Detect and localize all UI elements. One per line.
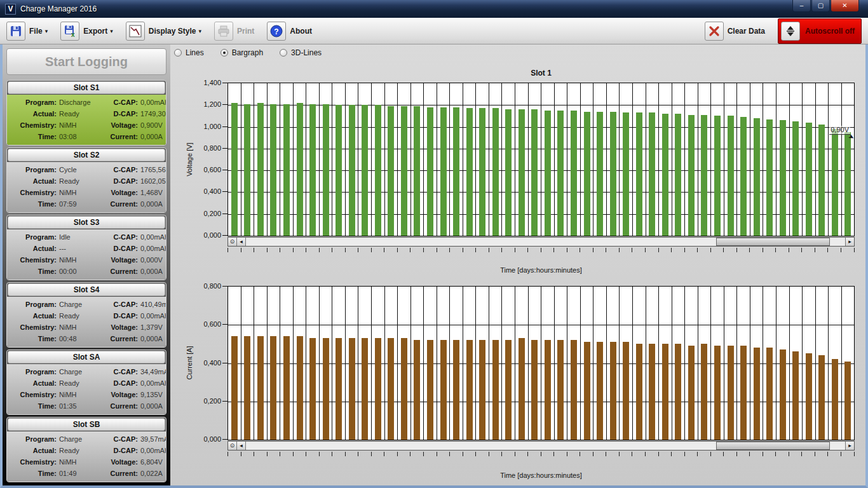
data-bar bbox=[519, 109, 525, 236]
radio-label: 3D-Lines bbox=[291, 48, 322, 57]
program-value: Idle bbox=[59, 231, 98, 243]
radio-3d-lines[interactable]: 3D-Lines bbox=[280, 48, 322, 57]
radio-button-icon[interactable] bbox=[174, 49, 182, 57]
chart2-scroll-reset-icon[interactable]: ⊙ bbox=[228, 442, 237, 450]
bar-cell bbox=[763, 83, 776, 236]
data-bar bbox=[662, 344, 668, 440]
chart2-scroll-right-icon[interactable]: ▸ bbox=[845, 442, 854, 450]
y-tick-label: 0,800 bbox=[191, 282, 221, 290]
chemistry-value: NiMH bbox=[59, 254, 98, 266]
chart1-scroll-right-icon[interactable]: ▸ bbox=[845, 238, 854, 246]
dcap-label: D-CAP: bbox=[98, 310, 140, 322]
slot-body: Program: Cycle C-CAP: 1765,56mAh Actual:… bbox=[7, 162, 166, 212]
voltage-value: 1,379V bbox=[140, 322, 165, 333]
ccap-label: C-CAP: bbox=[98, 231, 140, 243]
minimize-button[interactable]: – bbox=[792, 0, 811, 12]
chart2-scroll-thumb[interactable] bbox=[716, 442, 830, 450]
chart1-scroll-left-icon[interactable]: ◂ bbox=[237, 238, 246, 246]
data-bar bbox=[545, 111, 551, 236]
data-bar bbox=[283, 336, 290, 440]
current-bargraph[interactable] bbox=[227, 286, 855, 440]
chart1-h-scrollbar[interactable]: ⊙ ◂ ▸ bbox=[227, 237, 855, 247]
maximize-button[interactable]: ▢ bbox=[811, 0, 830, 12]
data-bar bbox=[519, 338, 525, 440]
file-button[interactable]: File ▾ bbox=[6, 22, 48, 41]
bar-cell bbox=[593, 83, 607, 236]
data-bar bbox=[531, 340, 538, 440]
data-bar bbox=[362, 105, 368, 236]
y-tick-mark bbox=[222, 104, 227, 105]
current-label: Current: bbox=[98, 468, 140, 479]
data-bar bbox=[297, 103, 303, 236]
data-bar bbox=[597, 112, 603, 236]
chart1-scroll-thumb[interactable] bbox=[716, 238, 830, 246]
data-bar bbox=[257, 103, 264, 236]
data-bar bbox=[323, 338, 329, 440]
y-tick-label: 0,600 bbox=[191, 166, 221, 173]
chart2-scroll-left-icon[interactable]: ◂ bbox=[237, 442, 246, 450]
data-bar bbox=[362, 338, 368, 440]
autoscroll-button[interactable]: Autoscroll off bbox=[778, 18, 862, 44]
slot-panel-4[interactable]: Slot S4 Program: Charge C-CAP: 410,49mAh… bbox=[6, 282, 166, 348]
bar-cell bbox=[803, 83, 816, 236]
slot-panel-6[interactable]: Slot SB Program: Charge C-CAP: 39,57mAh … bbox=[6, 417, 166, 482]
bar-cell bbox=[790, 287, 803, 440]
data-bar bbox=[662, 114, 668, 236]
chart1-scroll-reset-icon[interactable]: ⊙ bbox=[228, 238, 237, 246]
slot-panel-5[interactable]: Slot SA Program: Charge C-CAP: 34,49mAh … bbox=[6, 349, 166, 415]
start-logging-button[interactable]: Start Logging bbox=[6, 48, 166, 75]
data-bar bbox=[453, 340, 459, 440]
chart1-scroll-track[interactable] bbox=[246, 238, 845, 246]
data-bar bbox=[557, 340, 564, 440]
bar-cell bbox=[567, 83, 581, 236]
bar-cell bbox=[398, 83, 411, 236]
data-bar bbox=[610, 112, 616, 236]
bar-cell bbox=[437, 287, 451, 440]
radio-button-icon[interactable] bbox=[280, 49, 287, 57]
bar-cell bbox=[424, 83, 437, 236]
bar-cell bbox=[346, 287, 359, 440]
data-bar bbox=[479, 108, 485, 236]
slot-panel-1[interactable]: Slot S1 Program: Discharge C-CAP: 0,00mA… bbox=[6, 80, 166, 146]
voltage-bargraph[interactable]: 0,90V ➤ bbox=[227, 83, 855, 236]
close-button[interactable]: ✕ bbox=[831, 0, 859, 12]
export-icon: x bbox=[60, 22, 79, 41]
export-button[interactable]: x Export ▾ bbox=[60, 22, 113, 41]
bar-cell bbox=[294, 83, 307, 236]
data-bar bbox=[688, 115, 695, 236]
clear-data-button[interactable]: Clear Data bbox=[705, 22, 765, 41]
data-bar bbox=[349, 105, 355, 236]
bar-cell bbox=[358, 287, 372, 440]
time-label: Time: bbox=[8, 198, 59, 210]
data-bar bbox=[388, 106, 394, 236]
ccap-label: C-CAP: bbox=[98, 164, 140, 175]
ccap-value: 410,49mAh bbox=[140, 299, 166, 310]
voltage-label: Voltage: bbox=[98, 187, 140, 198]
dcap-label: D-CAP: bbox=[98, 108, 140, 119]
display-style-button[interactable]: Display Style ▾ bbox=[126, 22, 201, 41]
data-bar bbox=[545, 340, 551, 440]
actual-value: Ready bbox=[59, 445, 98, 456]
slot-panel-2[interactable]: Slot S2 Program: Cycle C-CAP: 1765,56mAh… bbox=[6, 147, 166, 213]
slot-body: Program: Idle C-CAP: 0,00mAh Actual: ---… bbox=[7, 229, 166, 280]
save-icon bbox=[6, 22, 25, 41]
data-bar bbox=[780, 349, 786, 440]
slot-panel-3[interactable]: Slot S3 Program: Idle C-CAP: 0,00mAh Act… bbox=[6, 215, 166, 280]
help-icon: ? bbox=[267, 22, 286, 41]
bar-cell bbox=[750, 83, 764, 236]
slot-sidebar: Start Logging Slot S1 Program: Discharge… bbox=[3, 44, 170, 485]
data-bar bbox=[740, 346, 747, 440]
radio-button-icon[interactable] bbox=[220, 49, 228, 57]
y-tick-label: 0,200 bbox=[191, 210, 221, 217]
about-button[interactable]: ? About bbox=[267, 22, 312, 41]
program-value: Charge bbox=[59, 299, 98, 310]
bar-cell bbox=[450, 83, 463, 236]
radio-lines[interactable]: Lines bbox=[174, 48, 204, 57]
voltage-value: 0,000V bbox=[140, 254, 165, 266]
radio-bargraph[interactable]: Bargraph bbox=[220, 48, 263, 57]
chemistry-value: NiMH bbox=[59, 187, 98, 198]
y-tick-mark bbox=[222, 170, 227, 170]
chart2-scroll-track[interactable] bbox=[246, 442, 845, 450]
voltage-marker-label: 0,90V bbox=[829, 126, 850, 135]
chart2-h-scrollbar[interactable]: ⊙ ◂ ▸ bbox=[227, 441, 855, 451]
